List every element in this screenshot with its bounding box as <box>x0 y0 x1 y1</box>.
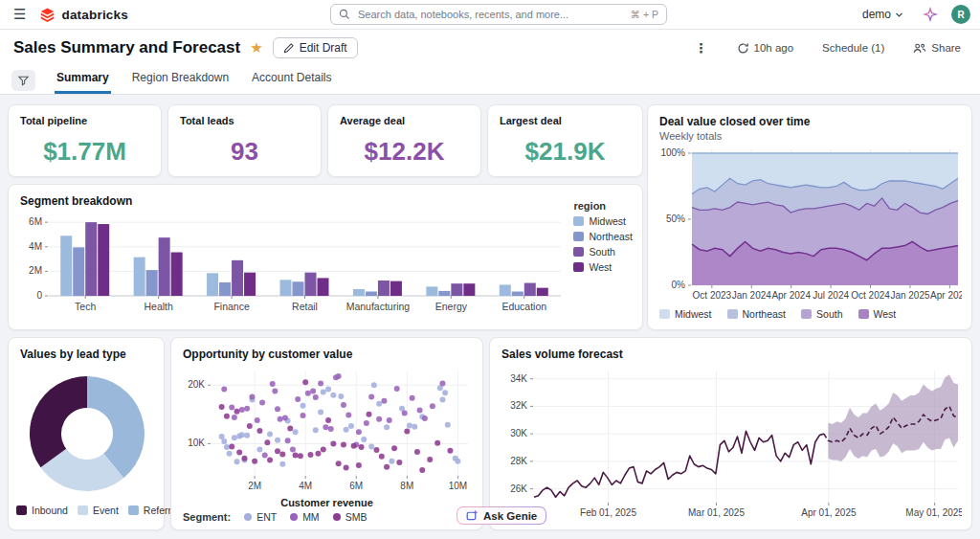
svg-text:May 01, 2025: May 01, 2025 <box>905 507 962 518</box>
sales-forecast-card: Sales volume forecast 26K28K30K32K34KFeb… <box>489 337 972 530</box>
svg-text:Jan 2025: Jan 2025 <box>890 290 930 301</box>
databricks-logo[interactable]: databricks <box>39 7 128 23</box>
svg-text:Mar 01, 2025: Mar 01, 2025 <box>688 507 745 518</box>
legend-item-smb: SMB <box>333 511 368 523</box>
svg-text:0%: 0% <box>672 280 686 290</box>
favorite-star-icon[interactable]: ★ <box>250 39 262 56</box>
svg-text:Finance: Finance <box>213 301 250 312</box>
svg-text:Jul 2024: Jul 2024 <box>813 290 849 301</box>
search-shortcut: ⌘ + P <box>631 9 658 20</box>
kpi-card-average-deal: Average deal $12.2K <box>327 104 481 177</box>
kebab-icon: ⋮ <box>695 40 708 56</box>
edit-draft-button[interactable]: Edit Draft <box>273 37 358 58</box>
filters-button[interactable] <box>11 70 35 91</box>
svg-text:10K: 10K <box>188 438 205 448</box>
opportunity-card: Opportunity by customer value 2M4M6M8M10… <box>170 337 483 530</box>
lead-type-card: Values by lead type InboundEventReferral <box>8 337 165 530</box>
tab-region-breakdown[interactable]: Region Breakdown <box>130 66 231 94</box>
scatter-legend: Segment:ENTMMSMB <box>171 508 482 523</box>
chart-title: Sales volume forecast <box>490 338 971 361</box>
svg-text:32K: 32K <box>510 400 527 411</box>
legend-item-event: Event <box>78 505 119 516</box>
more-options-button[interactable]: ⋮ <box>689 39 714 56</box>
svg-text:50%: 50% <box>666 213 685 224</box>
ask-genie-button[interactable]: Ask Genie <box>457 506 546 525</box>
dashboard-titlebar: Sales Summary and Forecast ★ Edit Draft … <box>0 30 980 66</box>
opportunity-scatter-chart: 2M4M6M8M10M10K20K <box>183 363 473 497</box>
assistant-sparkle-icon[interactable] <box>923 7 938 22</box>
share-people-icon <box>913 42 926 55</box>
legend-item-midwest: Midwest <box>659 308 712 320</box>
legend-item-inbound: Inbound <box>16 505 68 516</box>
search-icon <box>339 9 350 20</box>
svg-text:20K: 20K <box>188 379 205 390</box>
chart-subtitle: Weekly totals <box>648 128 971 142</box>
svg-text:Manufacturing: Manufacturing <box>346 301 411 312</box>
scatter-legend-label: Segment: <box>183 511 231 523</box>
kpi-card-largest-deal: Largest deal $21.9K <box>487 104 643 177</box>
schedule-button[interactable]: Schedule (1) <box>816 41 890 55</box>
svg-text:Feb 01, 2025: Feb 01, 2025 <box>580 507 636 518</box>
legend-item-midwest: Midwest <box>573 215 633 227</box>
chart-title: Segment breakdown <box>9 185 642 208</box>
legend-item-west: West <box>573 261 633 273</box>
hamburger-menu-icon[interactable]: ☰ <box>10 4 30 25</box>
genie-icon <box>466 509 479 522</box>
bar-chart-legend: regionMidwestNortheastSouthWest <box>573 200 633 277</box>
svg-text:34K: 34K <box>510 373 527 384</box>
kpi-label: Average deal <box>328 105 480 126</box>
kpi-value: 93 <box>168 137 321 167</box>
legend-item-west: West <box>858 308 897 320</box>
kpi-label: Total pipeline <box>9 105 161 126</box>
tab-summary[interactable]: Summary <box>55 66 111 94</box>
svg-text:Oct 2023: Oct 2023 <box>693 290 732 301</box>
segment-breakdown-card: Segment breakdown 02M4M6MTechHealthFinan… <box>8 184 643 330</box>
search-input[interactable] <box>356 8 625 21</box>
kpi-value: $1.77M <box>9 137 161 167</box>
legend-item-northeast: Northeast <box>573 231 633 242</box>
refresh-button[interactable]: 10h ago <box>731 41 800 56</box>
svg-text:100%: 100% <box>660 147 685 158</box>
kpi-value: $21.9K <box>488 137 642 167</box>
svg-text:6M: 6M <box>29 216 42 227</box>
scatter-x-axis-label: Customer revenue <box>171 497 482 508</box>
svg-text:Jan 2024: Jan 2024 <box>732 290 772 301</box>
dashboard-tabbar: Summary Region Breakdown Account Details <box>0 66 980 95</box>
refresh-icon <box>737 42 749 55</box>
donut-legend: InboundEventReferral <box>9 503 164 518</box>
tab-account-details[interactable]: Account Details <box>250 66 333 94</box>
global-search[interactable]: ⌘ + P <box>330 4 667 25</box>
svg-text:Tech: Tech <box>75 301 96 312</box>
svg-text:Oct 2024: Oct 2024 <box>851 290 890 301</box>
svg-text:0: 0 <box>36 290 42 301</box>
ask-genie-label: Ask Genie <box>483 510 537 522</box>
share-button[interactable]: Share <box>907 41 967 56</box>
svg-text:4M: 4M <box>29 241 42 252</box>
workspace-selector[interactable]: demo <box>857 7 909 22</box>
page-title: Sales Summary and Forecast <box>13 38 240 57</box>
svg-text:Apr 2025: Apr 2025 <box>930 290 962 301</box>
kpi-card-total-pipeline: Total pipeline $1.77M <box>8 104 162 177</box>
bar-legend-title: region <box>573 200 633 212</box>
chevron-down-icon <box>895 11 903 19</box>
schedule-label: Schedule (1) <box>822 42 884 54</box>
deal-value-card: Deal value closed over time Weekly total… <box>647 104 972 330</box>
legend-item-northeast: Northeast <box>727 308 787 320</box>
svg-text:2M: 2M <box>29 265 42 276</box>
dashboard-canvas: Total pipeline $1.77M Total leads 93 Ave… <box>0 95 980 539</box>
legend-item-mm: MM <box>290 511 320 523</box>
user-avatar[interactable]: R <box>951 5 970 24</box>
segment-breakdown-bar-chart: 02M4M6MTechHealthFinanceRetailManufactur… <box>20 210 633 323</box>
databricks-logo-icon <box>39 7 56 23</box>
area-chart-legend: MidwestNortheastSouthWest <box>648 306 971 322</box>
top-navbar: ☰ databricks ⌘ + P demo <box>0 0 980 30</box>
sales-forecast-line-chart: 26K28K30K32K34KFeb 01, 2025Mar 01, 2025A… <box>501 363 962 526</box>
lead-type-donut-chart <box>20 363 154 503</box>
share-label: Share <box>931 42 961 54</box>
deal-value-area-chart: 0%50%100%Oct 2023Jan 2024Apr 2024Jul 202… <box>659 146 962 306</box>
logo-wordmark: databricks <box>61 8 128 22</box>
refresh-age-label: 10h ago <box>754 42 794 54</box>
kpi-label: Largest deal <box>488 105 642 126</box>
kpi-value: $12.2K <box>328 137 480 167</box>
svg-text:Retail: Retail <box>292 301 318 312</box>
